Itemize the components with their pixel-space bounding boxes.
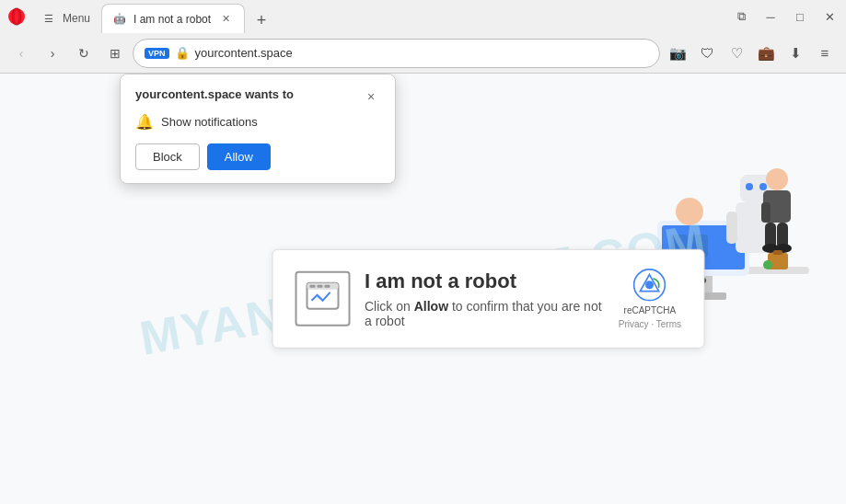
recaptcha-badge: reCAPTCHA Privacy · Terms — [619, 269, 681, 329]
wallet-button[interactable]: 💼 — [752, 40, 780, 67]
forward-button[interactable]: › — [39, 40, 66, 67]
reload-button[interactable]: ↻ — [70, 40, 98, 67]
title-bar: ☰ Menu 🤖 I am not a robot ✕ + ⧉ ─ □ ✕ — [0, 0, 846, 33]
nav-bar: ‹ › ↻ ⊞ VPN 🔒 yourcontent.space 📷 🛡 ♡ 💼 … — [0, 33, 846, 74]
popup-notification-item: 🔔 Show notifications — [135, 113, 380, 131]
page-content: MYANTISPYWARE.COM — [0, 74, 846, 504]
minimize-button[interactable]: ─ — [758, 4, 783, 29]
tab-robot[interactable]: 🤖 I am not a robot ✕ — [101, 4, 245, 33]
svg-rect-35 — [317, 285, 322, 288]
subtitle-pre: Click on — [365, 299, 414, 314]
captcha-icon — [295, 271, 350, 326]
opera-logo — [4, 4, 29, 29]
block-button[interactable]: Block — [135, 143, 200, 170]
svg-point-10 — [746, 183, 753, 190]
tabs-area: ☰ Menu 🤖 I am not a robot ✕ + — [31, 0, 728, 33]
browser-window: ☰ Menu 🤖 I am not a robot ✕ + ⧉ ─ □ ✕ ‹ … — [0, 0, 846, 504]
popup-item-label: Show notifications — [161, 115, 258, 129]
back-button[interactable]: ‹ — [7, 40, 35, 67]
popup-close-button[interactable]: × — [362, 87, 380, 106]
allow-button[interactable]: Allow — [207, 143, 271, 170]
captcha-card: I am not a robot Click on Allow to confi… — [272, 249, 704, 349]
browser-menu-button[interactable]: ≡ — [811, 40, 839, 67]
favorites-button[interactable]: ♡ — [723, 40, 750, 67]
url-text: yourcontent.space — [195, 46, 648, 60]
svg-rect-12 — [726, 212, 737, 244]
address-bar[interactable]: VPN 🔒 yourcontent.space — [133, 39, 660, 68]
close-button[interactable]: ✕ — [817, 4, 842, 29]
menu-icon: ☰ — [42, 12, 55, 25]
camera-button[interactable]: 📷 — [664, 40, 691, 67]
tab-robot-icon: 🤖 — [113, 13, 126, 26]
popup-buttons: Block Allow — [135, 143, 380, 170]
popup-header: yourcontent.space wants to × — [135, 87, 380, 106]
new-tab-button[interactable]: + — [249, 7, 274, 33]
subtitle-allow: Allow — [414, 299, 448, 314]
notification-icon: 🔔 — [135, 113, 154, 131]
toolbar-actions: 📷 🛡 ♡ 💼 ⬇ ≡ — [664, 40, 839, 67]
download-button[interactable]: ⬇ — [782, 40, 809, 67]
shield-button[interactable]: 🛡 — [693, 40, 721, 67]
maximize-button[interactable]: □ — [787, 4, 813, 29]
svg-marker-37 — [317, 293, 322, 299]
svg-rect-36 — [324, 285, 330, 288]
page-background: MYANTISPYWARE.COM — [0, 74, 846, 504]
svg-point-13 — [676, 198, 703, 225]
recaptcha-label: reCAPTCHA — [624, 305, 677, 315]
tab-close-button[interactable]: ✕ — [218, 12, 233, 27]
notification-popup: yourcontent.space wants to × 🔔 Show noti… — [120, 74, 396, 184]
vpn-badge: VPN — [145, 48, 169, 59]
svg-rect-23 — [761, 202, 771, 223]
tab-menu[interactable]: ☰ Menu — [31, 4, 101, 33]
tabs-grid-button[interactable]: ⊞ — [101, 40, 129, 67]
svg-point-11 — [759, 183, 767, 190]
captcha-text-area: I am not a robot Click on Allow to confi… — [365, 269, 604, 328]
lock-icon: 🔒 — [175, 46, 190, 60]
pip-button[interactable]: ⧉ — [728, 4, 754, 29]
svg-rect-34 — [309, 285, 315, 288]
tab-robot-label: I am not a robot — [133, 13, 211, 26]
recaptcha-footer: Privacy · Terms — [619, 319, 681, 329]
svg-point-21 — [766, 168, 788, 190]
tab-menu-label: Menu — [63, 12, 90, 25]
captcha-title: I am not a robot — [365, 269, 604, 293]
captcha-subtitle: Click on Allow to confirm that you are n… — [365, 299, 604, 328]
svg-point-39 — [645, 281, 654, 289]
window-controls: ⧉ ─ □ ✕ — [728, 4, 842, 29]
svg-rect-29 — [773, 250, 782, 255]
svg-point-31 — [763, 260, 772, 269]
popup-title: yourcontent.space wants to — [135, 87, 294, 101]
